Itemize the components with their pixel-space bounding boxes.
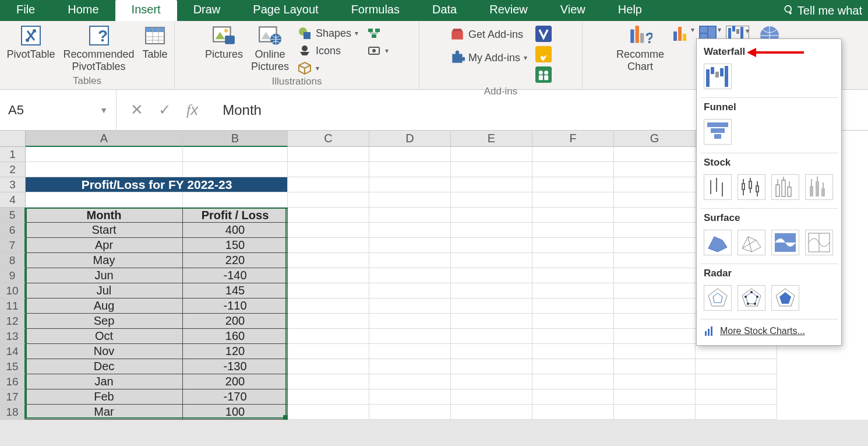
- cell-F6[interactable]: [532, 223, 614, 238]
- row-header-7[interactable]: 7: [0, 238, 26, 253]
- cell-D4[interactable]: [369, 192, 451, 208]
- surface-chart-thumb-4[interactable]: [805, 230, 833, 255]
- cell-D11[interactable]: [369, 298, 451, 314]
- row-header-18[interactable]: 18: [0, 405, 26, 420]
- row-header-9[interactable]: 9: [0, 268, 26, 283]
- icons-button[interactable]: Icons: [297, 43, 358, 58]
- cell-B8[interactable]: 220: [183, 253, 288, 268]
- cell-E7[interactable]: [451, 238, 532, 253]
- cell-B1[interactable]: [183, 147, 288, 162]
- smartart-button[interactable]: [366, 26, 389, 41]
- name-box[interactable]: ▼: [0, 90, 117, 130]
- cell-C4[interactable]: [288, 192, 369, 208]
- radar-chart-thumb-3[interactable]: [771, 285, 799, 311]
- cell-D16[interactable]: [369, 374, 451, 389]
- column-header-B[interactable]: B: [183, 131, 288, 147]
- cell-A9[interactable]: Jun: [26, 268, 183, 283]
- cell-A8[interactable]: May: [26, 253, 183, 268]
- my-addins-button[interactable]: My Add-ins ▾: [450, 50, 527, 65]
- cell-H16[interactable]: [696, 374, 777, 389]
- cell-A11[interactable]: Aug: [26, 298, 183, 314]
- cell-C7[interactable]: [288, 238, 369, 253]
- cell-A12[interactable]: Sep: [26, 314, 183, 329]
- cell-G15[interactable]: [614, 359, 696, 374]
- cell-D18[interactable]: [369, 405, 451, 420]
- cell-A4[interactable]: [26, 192, 183, 208]
- cell-D1[interactable]: [369, 147, 451, 162]
- cell-C5[interactable]: [288, 208, 369, 223]
- funnel-chart-thumb[interactable]: [704, 119, 732, 145]
- row-header-1[interactable]: 1: [0, 147, 26, 162]
- cell-A13[interactable]: Oct: [26, 329, 183, 344]
- cell-B18[interactable]: 100: [183, 405, 288, 420]
- row-header-8[interactable]: 8: [0, 253, 26, 268]
- cell-E16[interactable]: [451, 374, 532, 389]
- cell-E17[interactable]: [451, 389, 532, 405]
- cell-F7[interactable]: [532, 238, 614, 253]
- cell-B5[interactable]: Profit / Loss: [183, 208, 288, 223]
- cell-F2[interactable]: [532, 162, 614, 177]
- cell-C14[interactable]: [288, 344, 369, 359]
- cell-A18[interactable]: Mar: [26, 405, 183, 420]
- cell-E18[interactable]: [451, 405, 532, 420]
- cell-C1[interactable]: [288, 147, 369, 162]
- cell-E14[interactable]: [451, 344, 532, 359]
- cell-F9[interactable]: [532, 268, 614, 283]
- shapes-button[interactable]: Shapes ▾: [297, 26, 358, 41]
- cell-F10[interactable]: [532, 283, 614, 298]
- tell-me-search[interactable]: Tell me what: [777, 0, 868, 21]
- cell-B4[interactable]: [183, 192, 288, 208]
- cell-E11[interactable]: [451, 298, 532, 314]
- cell-B14[interactable]: 120: [183, 344, 288, 359]
- cell-C16[interactable]: [288, 374, 369, 389]
- cell-B12[interactable]: 200: [183, 314, 288, 329]
- cell-H15[interactable]: [696, 359, 777, 374]
- cell-A6[interactable]: Start: [26, 223, 183, 238]
- cell-G13[interactable]: [614, 329, 696, 344]
- cell-C13[interactable]: [288, 329, 369, 344]
- cell-E4[interactable]: [451, 192, 532, 208]
- cell-F1[interactable]: [532, 147, 614, 162]
- cell-B15[interactable]: -130: [183, 359, 288, 374]
- cell-G17[interactable]: [614, 389, 696, 405]
- row-header-14[interactable]: 14: [0, 344, 26, 359]
- cell-A5[interactable]: Month: [26, 208, 183, 223]
- cell-B16[interactable]: 200: [183, 374, 288, 389]
- cell-A14[interactable]: Nov: [26, 344, 183, 359]
- column-header-E[interactable]: E: [451, 131, 532, 147]
- surface-chart-thumb-3[interactable]: [771, 230, 799, 255]
- cell-F15[interactable]: [532, 359, 614, 374]
- screenshot-button[interactable]: ▾: [366, 43, 389, 58]
- tab-draw[interactable]: Draw: [177, 0, 237, 21]
- cell-H14[interactable]: [696, 344, 777, 359]
- cell-G16[interactable]: [614, 374, 696, 389]
- stock-chart-thumb-1[interactable]: [704, 174, 732, 200]
- cell-B9[interactable]: -140: [183, 268, 288, 283]
- pictures-button[interactable]: Pictures: [205, 23, 243, 60]
- visio-icon[interactable]: [535, 26, 552, 45]
- surface-chart-thumb-2[interactable]: [738, 230, 765, 255]
- cell-D8[interactable]: [369, 253, 451, 268]
- tab-view[interactable]: View: [544, 0, 602, 21]
- name-box-input[interactable]: [8, 103, 90, 118]
- row-header-11[interactable]: 11: [0, 298, 26, 314]
- cell-G1[interactable]: [614, 147, 696, 162]
- cell-G7[interactable]: [614, 238, 696, 253]
- row-header-10[interactable]: 10: [0, 283, 26, 298]
- cell-D2[interactable]: [369, 162, 451, 177]
- cell-A10[interactable]: Jul: [26, 283, 183, 298]
- recommended-pivot-button[interactable]: ? Recommended PivotTables: [63, 23, 134, 72]
- cell-E5[interactable]: [451, 208, 532, 223]
- cell-F18[interactable]: [532, 405, 614, 420]
- cell-D10[interactable]: [369, 283, 451, 298]
- cell-G14[interactable]: [614, 344, 696, 359]
- online-pictures-button[interactable]: Online Pictures: [251, 23, 289, 72]
- cell-D14[interactable]: [369, 344, 451, 359]
- tab-insert[interactable]: Insert: [115, 0, 177, 21]
- cell-E15[interactable]: [451, 359, 532, 374]
- row-header-4[interactable]: 4: [0, 192, 26, 208]
- row-header-6[interactable]: 6: [0, 223, 26, 238]
- cell-E3[interactable]: [451, 177, 532, 192]
- row-header-2[interactable]: 2: [0, 162, 26, 177]
- accept-formula-icon[interactable]: ✓: [158, 101, 171, 119]
